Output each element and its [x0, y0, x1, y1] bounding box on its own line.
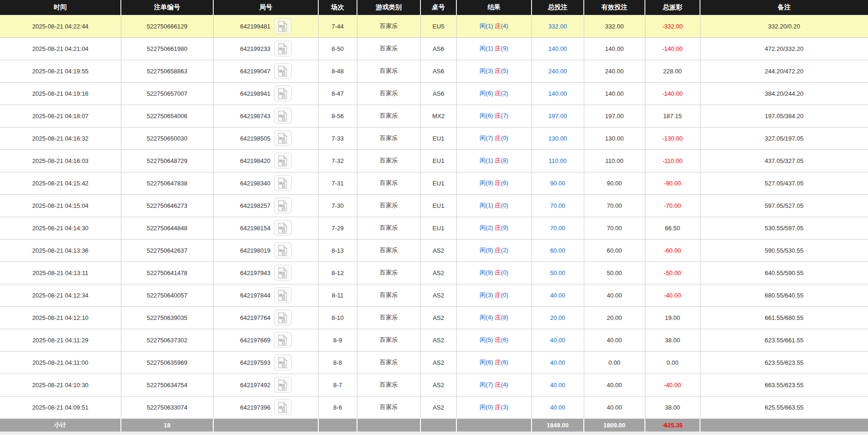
result-link[interactable]: 闲(6) 庄(7): [480, 112, 508, 119]
round-number: 642198257: [240, 202, 270, 209]
video-file-icon: [278, 155, 287, 167]
result-link[interactable]: 闲(9) 庄(0): [480, 269, 508, 276]
total-bet-value[interactable]: 332.00: [548, 23, 567, 30]
video-replay-button[interactable]: [274, 354, 292, 370]
video-replay-button[interactable]: [274, 265, 292, 281]
result-link[interactable]: 闲(6) 庄(2): [480, 90, 508, 97]
result-link[interactable]: 闲(9) 庄(6): [480, 179, 508, 186]
subtotal-count: 18: [121, 418, 213, 432]
result-link[interactable]: 闲(1) 庄(8): [480, 157, 508, 164]
total-bet-value[interactable]: 20.00: [550, 314, 566, 321]
video-replay-button[interactable]: [274, 242, 292, 258]
column-header-total_bet: 总投注: [532, 0, 584, 15]
round-number: 642198420: [240, 157, 270, 164]
total-bet-value[interactable]: 110.00: [549, 157, 567, 164]
video-replay-button[interactable]: [274, 108, 292, 124]
video-replay-button[interactable]: [274, 153, 292, 169]
cell-session: 8-56: [318, 105, 357, 127]
column-header-result: 结果: [456, 0, 532, 15]
video-replay-button[interactable]: [274, 18, 292, 34]
video-replay-button[interactable]: [274, 287, 292, 303]
total-bet-value[interactable]: 40.00: [550, 359, 566, 366]
result-link[interactable]: 闲(1) 庄(4): [480, 22, 508, 29]
total-bet-value[interactable]: 50.00: [550, 269, 566, 276]
cell-round: 642199233: [213, 37, 318, 60]
banker-label: 庄: [495, 359, 501, 366]
cell-payout: 0.00: [645, 351, 700, 374]
cell-session: 8-48: [318, 60, 357, 82]
cell-result: 闲(1) 庄(0): [456, 194, 532, 217]
cell-session: 8-9: [318, 329, 357, 351]
cell-round: 642197764: [213, 306, 318, 329]
cell-bet_id: 522750648729: [121, 149, 213, 172]
total-bet-value[interactable]: 40.00: [550, 404, 566, 411]
table-row: 2025-08-21 04:16:03522750648729642198420…: [0, 149, 868, 172]
total-bet-value[interactable]: 40.00: [550, 382, 566, 389]
cell-remark: 640.55/590.55: [700, 262, 868, 284]
total-bet-value[interactable]: 130.00: [548, 135, 567, 142]
result-link[interactable]: 闲(7) 庄(0): [480, 135, 508, 142]
total-bet-value[interactable]: 140.00: [548, 45, 567, 52]
video-replay-button[interactable]: [274, 310, 292, 326]
video-replay-button[interactable]: [274, 85, 292, 101]
total-bet-value[interactable]: 40.00: [550, 292, 566, 299]
round-number: 642198505: [240, 135, 270, 142]
cell-time: 2025-08-21 04:19:16: [0, 82, 121, 105]
video-replay-button[interactable]: [274, 41, 292, 57]
total-bet-value[interactable]: 240.00: [548, 68, 567, 75]
result-link[interactable]: 闲(7) 庄(4): [480, 381, 508, 388]
result-link[interactable]: 闲(4) 庄(8): [480, 314, 508, 321]
cell-round: 642199481: [213, 15, 318, 37]
video-replay-button[interactable]: [274, 198, 292, 213]
cell-time: 2025-08-21 04:16:32: [0, 127, 121, 149]
cell-round: 642198505: [213, 127, 318, 149]
cell-bet_id: 522750641478: [121, 262, 213, 284]
banker-label: 庄: [495, 67, 501, 74]
video-replay-button[interactable]: [274, 399, 292, 415]
video-replay-button[interactable]: [274, 220, 292, 236]
round-number: 642198019: [240, 247, 270, 254]
total-bet-value[interactable]: 70.00: [550, 202, 566, 209]
banker-label: 庄: [495, 112, 501, 119]
video-replay-button[interactable]: [274, 332, 292, 348]
total-bet-value[interactable]: 90.00: [550, 180, 566, 187]
cell-bet_id: 522750640057: [121, 284, 213, 306]
result-link[interactable]: 闲(1) 庄(9): [480, 45, 508, 52]
result-link[interactable]: 闲(1) 庄(0): [480, 202, 508, 209]
cell-round: 642197492: [213, 374, 318, 396]
video-replay-button[interactable]: [274, 130, 292, 146]
banker-label: 庄: [495, 336, 501, 343]
video-file-icon: [278, 21, 287, 32]
video-replay-button[interactable]: [274, 175, 292, 191]
result-link[interactable]: 闲(3) 庄(5): [480, 67, 508, 74]
total-bet-value[interactable]: 140.00: [548, 90, 567, 97]
cell-bet_id: 522750635969: [121, 351, 213, 374]
video-replay-button[interactable]: [274, 377, 292, 393]
cell-table_id: AS2: [420, 374, 456, 396]
result-link[interactable]: 闲(6) 庄(6): [480, 359, 508, 366]
cell-session: 7-33: [318, 127, 357, 149]
result-link[interactable]: 闲(5) 庄(6): [480, 336, 508, 343]
total-bet-value[interactable]: 60.00: [550, 247, 566, 254]
result-link[interactable]: 闲(9) 庄(2): [480, 247, 508, 254]
cell-session: 7-44: [318, 15, 357, 37]
cell-payout: -90.00: [645, 172, 700, 194]
result-link[interactable]: 闲(3) 庄(0): [480, 291, 508, 298]
cell-valid_bet: 40.00: [584, 374, 645, 396]
round-number: 642197492: [240, 382, 270, 389]
cell-time: 2025-08-21 04:15:04: [0, 194, 121, 217]
cell-result: 闲(1) 庄(4): [456, 15, 532, 37]
result-link[interactable]: 闲(0) 庄(3): [480, 404, 508, 411]
cell-bet_id: 522750644848: [121, 217, 213, 239]
result-link[interactable]: 闲(2) 庄(9): [480, 224, 508, 231]
total-bet-value[interactable]: 197.00: [548, 113, 567, 120]
total-bet-value[interactable]: 40.00: [550, 337, 566, 344]
cell-game_type: 百家乐: [357, 239, 420, 262]
table-body: 2025-08-21 04:22:44522750666129642199481…: [0, 15, 868, 418]
total-bet-value[interactable]: 70.00: [550, 225, 566, 232]
cell-payout: -40.00: [645, 284, 700, 306]
video-replay-button[interactable]: [274, 63, 292, 79]
cell-total_bet: 40.00: [532, 351, 584, 374]
cell-payout: 228.00: [645, 60, 700, 82]
cell-game_type: 百家乐: [357, 217, 420, 239]
